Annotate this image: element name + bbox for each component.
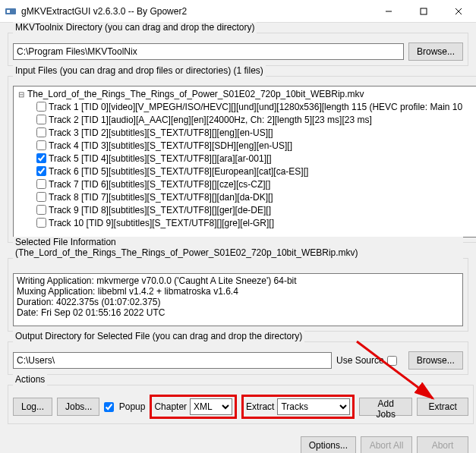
- chapter-label: Chapter: [154, 401, 187, 412]
- abort-button[interactable]: Abort: [417, 436, 468, 453]
- extract-highlight: Extract Tracks: [241, 395, 355, 419]
- actions-group: Actions Log... Jobs... Popup Chapter XML…: [8, 379, 474, 424]
- track-checkbox[interactable]: [36, 166, 46, 176]
- input-files-tree[interactable]: ⊟The_Lord_of_the_Rings_The_Rings_of_Powe…: [13, 86, 476, 238]
- window-title: gMKVExtractGUI v2.6.3.0 -- By Gpower2: [21, 6, 371, 17]
- track-label: Track 9 [TID 8][subtitles][S_TEXT/UTF8][…: [49, 205, 271, 215]
- track-row[interactable]: Track 4 [TID 3][subtitles][S_TEXT/UTF8][…: [15, 139, 476, 152]
- mkvtoolnix-dir-legend: MKVToolnix Directory (you can drag and d…: [13, 22, 257, 33]
- actions-legend: Actions: [13, 374, 47, 385]
- track-checkbox[interactable]: [36, 102, 46, 112]
- output-dir-group: Output Directory for Selected File (you …: [8, 336, 468, 375]
- use-source-label: Use Source: [336, 355, 384, 366]
- popup-label: Popup: [119, 401, 146, 412]
- track-checkbox[interactable]: [36, 192, 46, 202]
- title-bar: gMKVExtractGUI v2.6.3.0 -- By Gpower2: [0, 0, 476, 23]
- maximize-button[interactable]: [406, 0, 441, 23]
- popup-option[interactable]: Popup: [104, 401, 146, 412]
- track-label: Track 6 [TID 5][subtitles][S_TEXT/UTF8][…: [49, 166, 308, 177]
- chapter-select[interactable]: XML: [190, 398, 232, 415]
- track-row[interactable]: Track 9 [TID 8][subtitles][S_TEXT/UTF8][…: [15, 203, 476, 216]
- track-label: Track 7 [TID 6][subtitles][S_TEXT/UTF8][…: [49, 179, 270, 190]
- collapse-icon[interactable]: ⊟: [17, 90, 26, 99]
- selected-file-info-group: Selected File Information (The_Lord_of_t…: [8, 247, 468, 332]
- abort-all-button[interactable]: Abort All: [361, 436, 412, 453]
- track-label: Track 4 [TID 3][subtitles][S_TEXT/UTF8][…: [49, 140, 292, 151]
- chapter-highlight: Chapter XML: [150, 395, 237, 419]
- track-row[interactable]: Track 6 [TID 5][subtitles][S_TEXT/UTF8][…: [15, 165, 476, 178]
- track-row[interactable]: Track 2 [TID 1][audio][A_AAC][eng][en][2…: [15, 113, 476, 126]
- info-line: Writing Application: mkvmerge v70.0.0 ('…: [17, 275, 459, 286]
- file-name-label: The_Lord_of_the_Rings_The_Rings_of_Power…: [27, 89, 364, 99]
- track-checkbox[interactable]: [36, 205, 46, 215]
- svg-rect-3: [421, 8, 427, 14]
- track-label: Track 10 [TID 9][subtitles][S_TEXT/UTF8]…: [49, 218, 274, 228]
- track-row[interactable]: Track 7 [TID 6][subtitles][S_TEXT/UTF8][…: [15, 178, 476, 190]
- extract-mode-select[interactable]: Tracks: [277, 398, 350, 415]
- output-dir-legend: Output Directory for Selected File (you …: [13, 331, 304, 341]
- svg-rect-1: [7, 10, 10, 13]
- track-label: Track 3 [TID 2][subtitles][S_TEXT/UTF8][…: [49, 127, 273, 138]
- track-label: Track 8 [TID 7][subtitles][S_TEXT/UTF8][…: [49, 192, 273, 203]
- track-checkbox[interactable]: [36, 218, 46, 228]
- mkvtoolnix-dir-input[interactable]: [13, 43, 404, 60]
- track-checkbox[interactable]: [36, 115, 46, 124]
- track-checkbox[interactable]: [36, 127, 46, 137]
- popup-checkbox[interactable]: [104, 402, 114, 412]
- selected-file-info-box[interactable]: Writing Application: mkvmerge v70.0.0 ('…: [13, 273, 463, 326]
- track-row[interactable]: Track 1 [TID 0][video][V_MPEGH/ISO/HEVC]…: [15, 100, 476, 113]
- info-line: Date: Fri Sep 02 01:55:16 2022 UTC: [17, 307, 459, 318]
- mkvtoolnix-dir-group: MKVToolnix Directory (you can drag and d…: [8, 27, 468, 66]
- add-jobs-button[interactable]: Add Jobs: [359, 398, 412, 416]
- close-button[interactable]: [441, 0, 476, 23]
- track-label: Track 1 [TID 0][video][V_MPEGH/ISO/HEVC]…: [49, 102, 462, 112]
- file-node[interactable]: ⊟The_Lord_of_the_Rings_The_Rings_of_Powe…: [15, 88, 476, 100]
- use-source-checkbox[interactable]: [387, 356, 397, 366]
- track-row[interactable]: Track 10 [TID 9][subtitles][S_TEXT/UTF8]…: [15, 216, 476, 229]
- options-button[interactable]: Options...: [301, 436, 356, 453]
- app-icon: [5, 5, 17, 17]
- jobs-button[interactable]: Jobs...: [57, 398, 99, 416]
- minimize-button[interactable]: [371, 0, 406, 23]
- selected-file-info-legend: Selected File Information (The_Lord_of_t…: [13, 237, 463, 258]
- extract-button[interactable]: Extract: [417, 398, 468, 416]
- track-row[interactable]: Track 8 [TID 7][subtitles][S_TEXT/UTF8][…: [15, 190, 476, 203]
- bottom-bar: Options... Abort All Abort: [0, 432, 476, 453]
- info-line: Muxing Application: libebml v1.4.2 + lib…: [17, 286, 459, 297]
- output-dir-input[interactable]: [13, 352, 332, 369]
- input-files-legend: Input Files (you can drag and drop files…: [13, 65, 266, 76]
- log-button[interactable]: Log...: [13, 398, 52, 416]
- track-row[interactable]: Track 3 [TID 2][subtitles][S_TEXT/UTF8][…: [15, 126, 476, 139]
- extract-mode-label: Extract: [246, 401, 274, 412]
- track-checkbox[interactable]: [36, 140, 46, 150]
- mkvtoolnix-browse-button[interactable]: Browse...: [408, 42, 463, 61]
- track-checkbox[interactable]: [36, 179, 46, 189]
- track-checkbox[interactable]: [36, 153, 46, 163]
- track-label: Track 2 [TID 1][audio][A_AAC][eng][en][2…: [49, 115, 372, 125]
- output-browse-button[interactable]: Browse...: [408, 351, 463, 370]
- input-files-group: Input Files (you can drag and drop files…: [8, 71, 476, 243]
- track-row[interactable]: Track 5 [TID 4][subtitles][S_TEXT/UTF8][…: [15, 152, 476, 165]
- info-line: Duration: 4022.375s (01:07:02.375): [17, 297, 459, 307]
- track-label: Track 5 [TID 4][subtitles][S_TEXT/UTF8][…: [49, 153, 272, 164]
